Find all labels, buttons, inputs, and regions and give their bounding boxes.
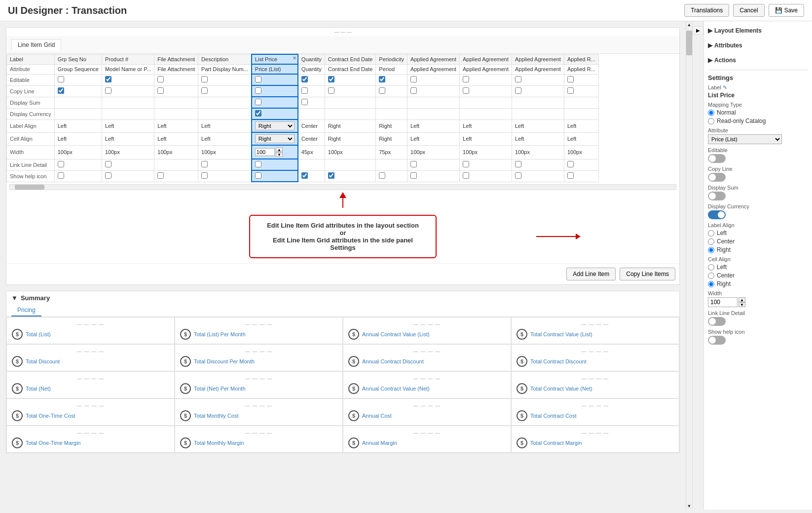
labelalign-appliedr: Left <box>564 119 598 132</box>
editable-appliedr <box>564 74 598 85</box>
layout-elements-title[interactable]: ▶ Layout Elements <box>708 25 808 36</box>
labelalign-right-option[interactable]: Right <box>708 246 808 253</box>
dollar-icon: $ <box>517 410 527 421</box>
width-settings-down-button[interactable]: ▼ <box>738 302 745 307</box>
summary-label: Annual Margin <box>362 440 397 446</box>
row-attr-label: Attribute <box>7 64 55 74</box>
copyline-toggle[interactable] <box>708 173 726 182</box>
width-down-button[interactable]: ▼ <box>276 152 283 157</box>
mapping-normal-option[interactable]: Normal <box>708 109 808 116</box>
label-field-label: Label ✎ <box>708 84 808 91</box>
displaysum-applied2 <box>460 97 512 108</box>
attribute-select[interactable]: Price (List) <box>708 134 782 144</box>
width-label: Width <box>7 145 55 159</box>
displaysum-appliedr <box>564 97 598 108</box>
horizontal-scrollbar[interactable] <box>9 184 676 190</box>
close-column-button[interactable]: ✕ <box>293 55 296 61</box>
pricing-tab[interactable]: Pricing <box>11 305 41 316</box>
annotation-line1: Edit Line Item Grid attributes in the la… <box>260 222 426 229</box>
displaycurrency-appliedr <box>564 108 598 119</box>
labelalign-center-option[interactable]: Center <box>708 238 808 245</box>
width-period: 75px <box>376 145 407 159</box>
linklinedetail-toggle[interactable] <box>708 317 726 326</box>
width-input[interactable] <box>255 148 275 156</box>
editable-period <box>376 74 407 85</box>
actions-title[interactable]: ▶ Actions <box>708 55 808 66</box>
summary-label: Annual Cost <box>362 413 392 419</box>
labelalign-product: Left <box>102 119 154 132</box>
cellalign-right-option[interactable]: Right <box>708 280 808 287</box>
label-edit-icon[interactable]: ✎ <box>723 84 727 90</box>
displaysum-qty <box>298 97 325 108</box>
line-item-grid-tab[interactable]: Line Item Grid <box>11 39 61 51</box>
add-line-item-button[interactable]: Add Line Item <box>566 268 616 280</box>
displaysum-product <box>102 97 154 108</box>
summary-grid: — — — — $ Total (List) — — — — $ Total (… <box>6 317 679 453</box>
width-file: 100px <box>154 145 198 159</box>
summary-header: ▼ Summary <box>6 291 679 305</box>
collapse-area: ▶ <box>693 21 703 510</box>
linklinedetail-product <box>102 159 154 170</box>
summary-label: Total One-Time Cost <box>26 413 75 419</box>
linklinedetail-file <box>154 159 198 170</box>
summary-collapse-icon[interactable]: ▼ <box>11 294 18 302</box>
cellalign-left-option[interactable]: Left <box>708 264 808 271</box>
vertical-scrollbar[interactable]: ▲ ▼ <box>686 21 693 510</box>
copy-line-items-button[interactable]: Copy Line Items <box>620 268 675 280</box>
dollar-icon: $ <box>348 383 359 394</box>
summary-label: Total Monthly Cost <box>194 413 238 419</box>
editable-toggle[interactable] <box>708 154 726 163</box>
list-item: — — — — $ Total Contract Margin <box>511 426 679 453</box>
actions-arrow-icon: ▶ <box>708 57 712 64</box>
labelalign-left-option[interactable]: Left <box>708 230 808 237</box>
col-applied3-header: Applied Agreement <box>512 54 564 64</box>
editable-contractend <box>325 74 376 85</box>
width-grp: 100px <box>54 145 102 159</box>
col-applied1-header: Applied Agreement <box>407 54 460 64</box>
scroll-down-button[interactable]: ▼ <box>686 503 693 510</box>
width-contractend: 100px <box>325 145 376 159</box>
layout-elements-arrow-icon: ▶ <box>708 27 712 34</box>
showhelpicon-toggle[interactable] <box>708 336 726 345</box>
summary-label: Total (List) Per Month <box>194 331 246 337</box>
width-up-button[interactable]: ▲ <box>276 147 283 152</box>
showhelpicon-settings-label: Show help icon <box>708 329 808 335</box>
width-settings-up-button[interactable]: ▲ <box>738 297 745 302</box>
collapse-panel-button[interactable]: ▶ <box>693 26 703 35</box>
settings-title: Settings <box>708 74 808 81</box>
labelalign-label: Label Align <box>7 119 55 132</box>
width-spinner-buttons: ▲ ▼ <box>738 297 745 307</box>
linklinedetail-listprice <box>252 159 298 170</box>
displaysum-toggle[interactable] <box>708 192 726 200</box>
linklinedetail-settings-label: Link Line Detail <box>708 310 808 316</box>
mapping-readonly-option[interactable]: Read-only Catalog <box>708 118 808 124</box>
translations-button[interactable]: Translations <box>684 4 729 17</box>
copyline-label: Copy Line <box>7 85 55 97</box>
linklinedetail-appliedr <box>564 159 598 170</box>
editable-product <box>102 74 154 85</box>
mapping-type-label: Mapping Type <box>708 102 808 108</box>
col-product-header: Product # <box>102 54 154 64</box>
linklinedetail-label: Link Line Detail <box>7 159 55 170</box>
cancel-button[interactable]: Cancel <box>733 4 764 17</box>
summary-label: Total (List) <box>26 331 51 337</box>
displaysum-file <box>154 97 198 108</box>
cellalign-applied3: Left <box>512 132 564 145</box>
cellalign-center-option[interactable]: Center <box>708 272 808 279</box>
displaycurrency-toggle[interactable] <box>708 210 726 219</box>
scroll-up-button[interactable]: ▲ <box>686 21 693 28</box>
main-container: — — — Line Item Grid Label Grp Seq No Pr… <box>0 21 812 510</box>
dollar-icon: $ <box>348 356 359 367</box>
width-settings-input[interactable] <box>708 297 738 307</box>
showhelpicon-listprice <box>252 170 298 182</box>
linklinedetail-grp <box>54 159 102 170</box>
grid-table: Label Grp Seq No Product # File Attachme… <box>6 54 599 182</box>
scroll-track <box>686 28 692 503</box>
row-attr-applied2: Applied Agreement <box>460 64 512 74</box>
attributes-title[interactable]: ▶ Attributes <box>708 40 808 51</box>
displaycurrency-desc <box>198 108 252 119</box>
displaysum-contractend <box>325 97 376 108</box>
attribute-select-wrapper: Price (List) <box>708 134 808 144</box>
col-appliedr-header: Applied R... <box>564 54 598 64</box>
save-button[interactable]: 💾 Save <box>769 4 804 17</box>
